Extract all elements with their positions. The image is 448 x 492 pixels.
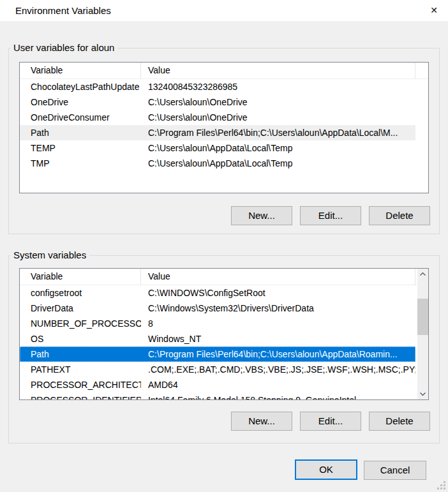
variable-cell: PROCESSOR_ARCHITECTU... <box>20 377 141 392</box>
table-row[interactable]: PROCESSOR_IDENTIFIERIntel64 Family 6 Mod… <box>20 392 415 399</box>
table-row[interactable]: OneDriveC:\Users\aloun\OneDrive <box>20 94 415 110</box>
value-cell: C:\Program Files\Perl64\bin;C:\Users\alo… <box>141 347 415 362</box>
table-row[interactable]: PROCESSOR_ARCHITECTU...AMD64 <box>20 377 415 392</box>
variable-cell: Path <box>20 125 141 140</box>
system-delete-button[interactable]: Delete <box>369 412 430 431</box>
system-edit-button[interactable]: Edit... <box>300 412 361 431</box>
dialog-title: Environment Variables <box>15 0 111 21</box>
variable-cell: ChocolateyLastPathUpdate <box>20 79 141 94</box>
value-cell: C:\WINDOWS\ConfigSetRoot <box>141 285 415 301</box>
variable-cell: NUMBER_OF_PROCESSORS <box>20 316 141 331</box>
value-cell: Windows_NT <box>141 331 415 347</box>
table-row[interactable]: TEMPC:\Users\aloun\AppData\Local\Temp <box>20 140 415 156</box>
variable-cell: TEMP <box>20 140 141 156</box>
system-buttons-row: New... Edit... Delete <box>231 412 430 431</box>
column-header-variable: Variable <box>20 269 141 285</box>
variable-cell: DriverData <box>20 301 141 316</box>
value-cell: C:\Users\aloun\OneDrive <box>141 94 415 110</box>
user-edit-button[interactable]: Edit... <box>300 206 361 225</box>
cancel-button[interactable]: Cancel <box>364 461 426 480</box>
scroll-down-button[interactable] <box>417 389 428 399</box>
table-row[interactable]: ChocolateyLastPathUpdate1324008453232869… <box>20 79 415 94</box>
scrollbar-thumb[interactable] <box>417 299 428 335</box>
user-variables-group-label: User variables for aloun <box>10 42 117 54</box>
title-bar: Environment Variables ✕ <box>0 0 448 21</box>
table-row[interactable]: PATHEXT.COM;.EXE;.BAT;.CMD;.VBS;.VBE;.JS… <box>20 362 415 377</box>
system-variables-group-label: System variables <box>10 250 89 261</box>
table-row[interactable]: NUMBER_OF_PROCESSORS8 <box>20 316 415 331</box>
user-variables-table[interactable]: Variable Value ChocolateyLastPathUpdate1… <box>19 62 429 193</box>
close-button[interactable]: ✕ <box>421 0 447 21</box>
table-row[interactable]: DriverDataC:\Windows\System32\Drivers\Dr… <box>20 301 415 316</box>
user-new-button[interactable]: New... <box>231 206 292 225</box>
system-variables-table[interactable]: Variable Value configsetrootC:\WINDOWS\C… <box>19 268 429 400</box>
resize-grip-icon[interactable] <box>437 481 446 490</box>
variable-cell: configsetroot <box>20 285 141 301</box>
variable-cell: Path <box>20 347 141 362</box>
table-row[interactable]: PathC:\Program Files\Perl64\bin;C:\Users… <box>20 347 415 362</box>
value-cell: .COM;.EXE;.BAT;.CMD;.VBS;.VBE;.JS;.JSE;.… <box>141 362 415 377</box>
table-body: ChocolateyLastPathUpdate1324008453232869… <box>20 79 428 193</box>
column-header-value: Value <box>141 63 415 78</box>
value-cell: 8 <box>141 316 415 331</box>
value-cell: C:\Users\aloun\OneDrive <box>141 110 415 125</box>
table-row[interactable]: configsetrootC:\WINDOWS\ConfigSetRoot <box>20 285 415 301</box>
value-cell: AMD64 <box>141 377 415 392</box>
column-header-variable: Variable <box>20 63 141 78</box>
table-body: configsetrootC:\WINDOWS\ConfigSetRootDri… <box>20 285 428 399</box>
system-new-button[interactable]: New... <box>231 412 292 431</box>
value-cell: C:\Users\aloun\AppData\Local\Temp <box>141 156 415 171</box>
column-header-value: Value <box>141 269 415 285</box>
value-cell: 132400845323286985 <box>141 79 415 94</box>
value-cell: C:\Program Files\Perl64\bin;C:\Users\alo… <box>141 125 415 140</box>
scroll-up-button[interactable] <box>417 269 428 280</box>
user-variables-group: User variables for aloun Variable Value … <box>8 42 440 234</box>
chevron-down-icon <box>420 392 426 396</box>
variable-cell: OneDriveConsumer <box>20 110 141 125</box>
environment-variables-dialog: Environment Variables ✕ User variables f… <box>0 0 448 492</box>
table-row[interactable]: OSWindows_NT <box>20 331 415 347</box>
value-cell: C:\Users\aloun\AppData\Local\Temp <box>141 140 415 156</box>
table-header: Variable Value <box>20 269 428 285</box>
variable-cell: OS <box>20 331 141 347</box>
table-header: Variable Value <box>20 63 428 79</box>
system-variables-group: System variables Variable Value configse… <box>8 250 440 444</box>
variable-cell: PATHEXT <box>20 362 141 377</box>
scrollbar-track[interactable] <box>417 280 428 389</box>
user-delete-button[interactable]: Delete <box>369 206 430 225</box>
value-cell: C:\Windows\System32\Drivers\DriverData <box>141 301 415 316</box>
table-row[interactable]: TMPC:\Users\aloun\AppData\Local\Temp <box>20 156 415 171</box>
variable-cell: TMP <box>20 156 141 171</box>
variable-cell: PROCESSOR_IDENTIFIER <box>20 392 141 399</box>
chevron-up-icon <box>420 272 426 276</box>
user-buttons-row: New... Edit... Delete <box>231 206 430 225</box>
table-row[interactable]: PathC:\Program Files\Perl64\bin;C:\Users… <box>20 125 415 140</box>
ok-button[interactable]: OK <box>295 459 357 480</box>
value-cell: Intel64 Family 6 Model 158 Stepping 9, G… <box>141 392 415 399</box>
variable-cell: OneDrive <box>20 94 141 110</box>
close-icon: ✕ <box>430 5 438 15</box>
table-row[interactable]: OneDriveConsumerC:\Users\aloun\OneDrive <box>20 110 415 125</box>
vertical-scrollbar[interactable] <box>417 269 428 399</box>
